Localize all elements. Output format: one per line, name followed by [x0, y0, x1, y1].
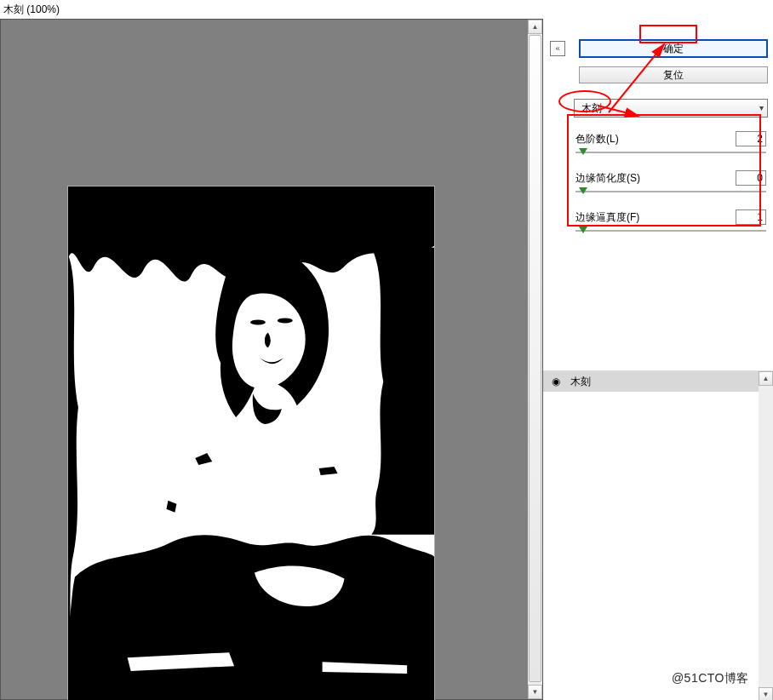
settings-panel: « 确定 复位 木刻 ▾ 色阶数(L) — [543, 19, 773, 700]
param-levels-slider[interactable] — [575, 148, 766, 157]
param-simplify-label: 边缘简化度(S) — [575, 171, 640, 186]
svg-point-2 — [278, 318, 293, 323]
param-levels-input[interactable] — [736, 131, 766, 146]
slider-thumb-icon[interactable] — [579, 187, 587, 194]
preview-image — [67, 186, 435, 700]
scroll-up-icon[interactable]: ▲ — [759, 371, 773, 386]
param-fidelity: 边缘逼真度(F) — [575, 209, 766, 235]
watermark: @51CTO博客 — [672, 671, 749, 686]
param-fidelity-slider[interactable] — [575, 227, 766, 235]
reset-button[interactable]: 复位 — [579, 66, 768, 83]
layers-scrollbar[interactable]: ▲ ▼ — [759, 371, 773, 700]
param-levels: 色阶数(L) — [575, 131, 766, 157]
preview-scrollbar[interactable]: ▲ ▼ — [528, 20, 542, 699]
visibility-icon[interactable]: ◉ — [548, 376, 564, 387]
preview-svg — [68, 186, 434, 700]
scroll-down-icon[interactable]: ▼ — [528, 685, 542, 699]
rollup-button[interactable]: « — [550, 41, 565, 56]
param-simplify-input[interactable] — [736, 170, 766, 186]
filter-selected: 木刻 — [581, 102, 602, 114]
scroll-up-icon[interactable]: ▲ — [528, 20, 542, 34]
preview-area: ▲ ▼ — [0, 19, 543, 700]
slider-thumb-icon[interactable] — [579, 148, 587, 155]
scroll-down-icon[interactable]: ▼ — [759, 687, 773, 700]
param-fidelity-input[interactable] — [736, 209, 766, 225]
scroll-thumb[interactable] — [529, 35, 541, 682]
filter-params: 色阶数(L) 边缘简化度(S) — [574, 126, 768, 364]
param-fidelity-label: 边缘逼真度(F) — [575, 210, 639, 225]
slider-thumb-icon[interactable] — [579, 227, 587, 233]
param-simplify: 边缘简化度(S) — [575, 170, 766, 196]
layer-label: 木刻 — [570, 375, 591, 389]
layers-panel: ◉ 木刻 ▲ ▼ — [543, 370, 773, 700]
chevron-down-icon: ▾ — [759, 103, 764, 112]
svg-point-1 — [250, 319, 266, 324]
param-levels-label: 色阶数(L) — [575, 132, 619, 146]
param-simplify-slider[interactable] — [575, 187, 766, 196]
window-title: 木刻 (100%) — [0, 0, 773, 19]
ok-button[interactable]: 确定 — [579, 39, 768, 58]
layer-row[interactable]: ◉ 木刻 — [543, 371, 773, 392]
filter-dropdown[interactable]: 木刻 ▾ — [574, 99, 768, 118]
